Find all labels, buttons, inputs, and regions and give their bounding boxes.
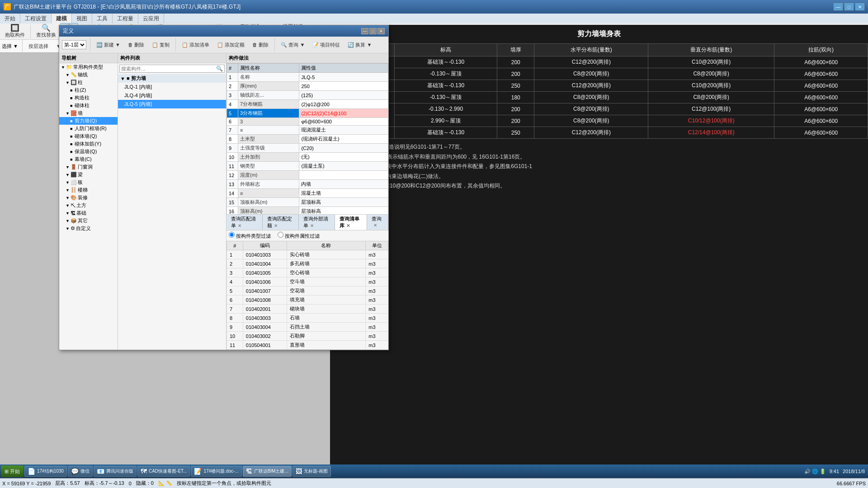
table-row[interactable]: 8 010403003 石墙 m3 bbox=[227, 314, 388, 323]
prop-row[interactable]: 2 厚(mm) 250 bbox=[227, 82, 388, 91]
prop-row[interactable]: 7 ≡ 现浇混凝土 bbox=[227, 126, 388, 135]
prop-row[interactable]: 9 土强度等级 (C20) bbox=[227, 144, 388, 153]
find-replace-btn[interactable]: 🔍 查找替换 bbox=[33, 23, 59, 40]
nav-item-幕墙(C)[interactable]: ■ 幕墙(C) bbox=[59, 155, 118, 163]
nav-item-轴线[interactable]: ▼ 📏 轴线 bbox=[59, 71, 118, 79]
nav-item-其它[interactable]: ▼ 📦 其它 bbox=[59, 217, 118, 225]
tab-quantity[interactable]: 工程量 bbox=[113, 14, 138, 23]
pick-component-btn[interactable]: 🔲 抱取构件 bbox=[2, 23, 28, 40]
select-by-layer-btn[interactable]: 按层选择 bbox=[25, 42, 52, 51]
nav-item-装修[interactable]: ▼ 🎨 装修 bbox=[59, 194, 118, 202]
nav-item-自定义[interactable]: ▼ ⚙ 自定义 bbox=[59, 225, 118, 232]
bottom-tab-查询匹配清单[interactable]: 查询匹配清单✕ bbox=[226, 215, 263, 230]
table-row[interactable]: 10 010403002 石勒脚 m3 bbox=[227, 332, 388, 341]
copy-comp-btn[interactable]: 📋 复制 bbox=[149, 40, 173, 50]
dialog-maximize-btn[interactable]: □ bbox=[369, 28, 377, 34]
minimize-btn[interactable]: — bbox=[834, 3, 843, 10]
prop-row[interactable]: 11 钢类型 (混凝土泵) bbox=[227, 162, 388, 171]
dialog-close-btn[interactable]: ✕ bbox=[377, 28, 385, 34]
tab-close-icon[interactable]: ✕ bbox=[274, 223, 278, 228]
search-input[interactable] bbox=[121, 66, 216, 71]
nav-item-保温墙(Q)[interactable]: ■ 保温墙(Q) bbox=[59, 148, 118, 155]
prop-row[interactable]: 14 ≡ 混凝土墙 bbox=[227, 189, 388, 198]
start-button[interactable]: ⊞ 开始 bbox=[1, 465, 24, 477]
comp-jlq4[interactable]: JLQ-4 [内墙] bbox=[118, 91, 226, 100]
table-row[interactable]: 4 010401006 空斗墙 m3 bbox=[227, 277, 388, 286]
tab-cloud[interactable]: 云应用 bbox=[138, 14, 164, 23]
filter-by-attr[interactable]: 按构件属性过滤 bbox=[278, 232, 320, 239]
nav-item-基础[interactable]: ▼ 🏗 基础 bbox=[59, 209, 118, 217]
prop-row[interactable]: 6 3 φ6@600×600 bbox=[227, 118, 388, 126]
query-btn[interactable]: 🔍 查询 ▼ bbox=[278, 40, 308, 50]
nav-item-墙[interactable]: ▼ 🧱 墙 bbox=[59, 109, 118, 117]
tab-modeling[interactable]: 建模 bbox=[52, 14, 72, 23]
table-row[interactable]: 12 010504002 弧形墙 m3 bbox=[227, 350, 388, 350]
nav-item-梁[interactable]: ▼ ⬛ 梁 bbox=[59, 171, 118, 178]
tab-view[interactable]: 视图 bbox=[72, 14, 92, 23]
nav-item-柱[interactable]: ▼ 🔲 柱 bbox=[59, 79, 118, 86]
tab-close-icon[interactable]: ✕ bbox=[373, 223, 377, 228]
new-btn[interactable]: 🆕 新建 ▼ bbox=[93, 40, 123, 50]
prop-row[interactable]: 5 3分布钢筋 (2)C12/(2)C14@100 bbox=[227, 109, 388, 118]
tab-project-settings[interactable]: 工程设置 bbox=[20, 14, 52, 23]
nav-item-楼梯[interactable]: ▼ 🪜 楼梯 bbox=[59, 186, 118, 194]
prop-row[interactable]: 12 混度(m) bbox=[227, 171, 388, 180]
delete2-btn[interactable]: 🗑 删除 bbox=[249, 40, 272, 50]
nav-item-人防门框墙(R)[interactable]: ■ 人防门框墙(R) bbox=[59, 125, 118, 132]
nav-item-砌体柱[interactable]: ■ 砌体柱 bbox=[59, 102, 118, 109]
close-btn[interactable]: ✕ bbox=[855, 3, 864, 10]
bottom-tab-查询匹配定额[interactable]: 查询匹配定额✕ bbox=[263, 215, 299, 230]
nav-item-砌体加筋(Y)[interactable]: ■ 砌体加筋(Y) bbox=[59, 140, 118, 148]
nav-item-构造柱[interactable]: ■ 构造柱 bbox=[59, 94, 118, 102]
table-row[interactable]: 6 010401008 填充墙 m3 bbox=[227, 296, 388, 305]
prop-row[interactable]: 16 顶标高(m) 层顶标高 bbox=[227, 207, 388, 215]
taskbar-app-17-----doc----[interactable]: 📝17#楼问题.doc-... bbox=[191, 466, 241, 477]
prop-row[interactable]: 13 外墙标志 内墙 bbox=[227, 180, 388, 189]
taskbar-app---[interactable]: 💬微信 bbox=[68, 466, 93, 477]
prop-row[interactable]: 10 土外加剂 (无) bbox=[227, 153, 388, 162]
bottom-tab-查询[interactable]: 查询✕ bbox=[367, 215, 388, 230]
section-shear-wall[interactable]: ▼ ■ 剪力墙 bbox=[118, 74, 226, 83]
prop-value[interactable]: (2)C12/(2)C14@100 bbox=[299, 109, 388, 118]
convert-btn[interactable]: 🔄 换算 ▼ bbox=[344, 40, 375, 50]
taskbar-app-CAD-----ET---[interactable]: 🗺CAD快速看图-ET... bbox=[137, 466, 190, 477]
add-quota-btn[interactable]: 📋 添加定额 bbox=[214, 40, 248, 50]
table-row[interactable]: 2 010401004 多孔砖墙 m3 bbox=[227, 259, 388, 268]
filter-by-type[interactable]: 按构件类型过滤 bbox=[229, 232, 271, 239]
dialog-minimize-btn[interactable]: — bbox=[361, 28, 368, 34]
taskbar-app-17---1030[interactable]: 📄17#结构1030 bbox=[24, 466, 67, 477]
comp-jlq1[interactable]: JLQ-1 [内墙] bbox=[118, 83, 226, 91]
delete-btn[interactable]: 🗑 删除 bbox=[125, 40, 147, 50]
prop-row[interactable]: 15 顶板标高(m) 层顶标高 bbox=[227, 198, 388, 207]
table-row[interactable]: 7 010402001 砌块墙 m3 bbox=[227, 305, 388, 314]
comp-jlq5[interactable]: JLQ-5 [内墙] bbox=[118, 100, 226, 108]
prop-row[interactable]: 1 名称 JLQ-5 bbox=[227, 73, 388, 82]
taskbar-app----BIM-----[interactable]: 🏗广联达BIM土建... bbox=[243, 466, 292, 477]
table-row[interactable]: 1 010401003 实心砖墙 m3 bbox=[227, 250, 388, 259]
bottom-tab-查询外部清单[interactable]: 查询外部清单✕ bbox=[299, 215, 335, 230]
nav-item-土方[interactable]: ▼ ⛏ 土方 bbox=[59, 202, 118, 209]
nav-item-柱(Z)[interactable]: ■ 柱(Z) bbox=[59, 86, 118, 94]
tab-tools[interactable]: 工具 bbox=[92, 14, 113, 23]
nav-item-门窗洞[interactable]: ▼ 🚪 门窗洞 bbox=[59, 163, 118, 171]
prop-row[interactable]: 3 轴线距左... (125) bbox=[227, 91, 388, 100]
maximize-btn[interactable]: □ bbox=[844, 3, 854, 10]
nav-item-剪力墙(Q)[interactable]: ■ 剪力墙(Q) bbox=[59, 117, 118, 125]
table-row[interactable]: 5 010401007 空花墙 m3 bbox=[227, 286, 388, 296]
tab-start[interactable]: 开始 bbox=[0, 14, 20, 23]
nav-item-砌体墙(Q)[interactable]: ■ 砌体墙(Q) bbox=[59, 132, 118, 140]
nav-item-板[interactable]: ▼ ⬜ 板 bbox=[59, 178, 118, 186]
prop-row[interactable]: 4 7分布钢筋 (2)φ12@200 bbox=[227, 100, 388, 109]
table-row[interactable]: 3 010401005 空心砖墙 m3 bbox=[227, 268, 388, 277]
tab-close-icon[interactable]: ✕ bbox=[238, 223, 241, 228]
bottom-tab-查询清单库[interactable]: 查询清单库✕ bbox=[335, 215, 368, 230]
add-list-btn[interactable]: 📋 添加清单 bbox=[179, 40, 212, 50]
taskbar-app-------[interactable]: 📧腾讯问迷你版 bbox=[94, 466, 137, 477]
project-feature-btn[interactable]: 📝 项目特征 bbox=[309, 40, 343, 50]
floor-select[interactable]: 第-1层 第1层 bbox=[62, 40, 86, 49]
taskbar-app-------[interactable]: 🖼无标题-画图 bbox=[292, 466, 331, 477]
table-row[interactable]: 11 010504001 直形墙 m3 bbox=[227, 341, 388, 350]
tab-close-icon[interactable]: ✕ bbox=[346, 223, 350, 228]
prop-row[interactable]: 8 土米型 (现浇碎石混凝土) bbox=[227, 135, 388, 144]
table-row[interactable]: 9 010403004 石挡土墙 m3 bbox=[227, 323, 388, 332]
